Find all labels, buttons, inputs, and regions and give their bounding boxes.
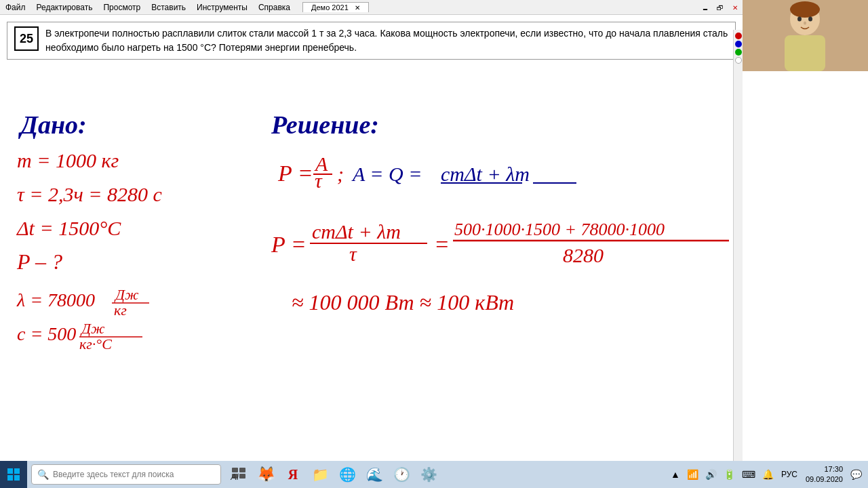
sidebar-red-dot[interactable]	[735, 33, 742, 39]
svg-text:кг·°C: кг·°C	[79, 336, 112, 352]
svg-text:P =: P =	[277, 161, 313, 186]
taskbar: 🔍 🦊 Я 📁 🌐 🌊 🕐 ⚙️ Ai ▲ 📶 🔊 🔋 ⌨ 🔔 РУС 17	[0, 461, 868, 488]
svg-rect-41	[7, 475, 13, 481]
keyboard-icon[interactable]: ⌨	[740, 469, 757, 480]
svg-point-38	[804, 22, 806, 25]
formula-canvas: Дано: m = 1000 кг τ = 2,3ч = 8280 с Δt =…	[7, 93, 732, 459]
yandex-icon[interactable]: Я	[281, 462, 305, 487]
svg-point-37	[808, 17, 812, 22]
app7-icon[interactable]: ⚙️	[416, 462, 441, 487]
svg-text:c = 500: c = 500	[17, 323, 76, 344]
svg-text:A = Q =: A = Q =	[351, 163, 422, 185]
handwritten-area: Дано: m = 1000 кг τ = 2,3ч = 8280 с Δt =…	[7, 93, 732, 459]
menu-tools[interactable]: Инструменты	[191, 1, 253, 14]
time: 17:30	[806, 464, 843, 474]
battery-icon[interactable]: 🔋	[722, 469, 737, 480]
svg-text:P =: P =	[271, 232, 307, 257]
tab-area: Демо 2021 ✕	[302, 2, 370, 12]
svg-rect-40	[14, 468, 20, 474]
network-icon[interactable]: 📶	[685, 469, 701, 480]
svg-text:τ = 2,3ч = 8280 с: τ = 2,3ч = 8280 с	[17, 183, 162, 205]
ai-label: Ai	[222, 465, 248, 488]
svg-text:кг: кг	[114, 302, 127, 319]
tab-label: Демо 2021	[311, 3, 349, 12]
notification-icon[interactable]: 🔔	[760, 469, 776, 480]
action-center-icon[interactable]: 💬	[848, 469, 864, 480]
sidebar-blue-dot[interactable]	[735, 41, 742, 47]
svg-text:Решение:: Решение:	[271, 110, 379, 139]
svg-text:Дж: Дж	[114, 286, 139, 303]
clock-display: 17:30 09.09.2020	[803, 464, 846, 485]
svg-point-36	[797, 17, 802, 22]
ai-text: Ai	[231, 472, 239, 482]
tab-close-icon[interactable]: ✕	[355, 4, 360, 12]
sidebar-green-dot[interactable]	[735, 49, 742, 56]
svg-text:λ = 78000: λ = 78000	[16, 289, 95, 310]
svg-text:500·1000·1500 + 78000·1000: 500·1000·1500 + 78000·1000	[454, 220, 665, 239]
svg-rect-35	[785, 35, 825, 71]
minimize-button[interactable]: 🗕	[698, 0, 713, 15]
menu-file[interactable]: Файл	[0, 1, 31, 14]
webcam-feed	[743, 0, 868, 71]
system-tray: ▲ 📶 🔊 🔋 ⌨ 🔔 РУС 17:30 09.09.2020 💬	[669, 464, 868, 485]
svg-text:m = 1000 кг: m = 1000 кг	[17, 149, 119, 171]
svg-text:Дж: Дж	[80, 320, 105, 337]
search-bar[interactable]: 🔍	[31, 464, 221, 485]
start-button[interactable]	[0, 461, 27, 488]
svg-text:8280: 8280	[563, 244, 604, 266]
problem-number: 25	[14, 26, 39, 51]
clock-icon[interactable]: 🕐	[389, 462, 414, 487]
date: 09.09.2020	[806, 474, 843, 485]
edge-icon[interactable]: 🌊	[362, 462, 387, 487]
svg-text:;: ;	[337, 163, 344, 185]
svg-text:≈ 100 000 Вт ≈ 100 кВт: ≈ 100 000 Вт ≈ 100 кВт	[292, 290, 514, 314]
svg-text:cmΔt + λm: cmΔt + λm	[312, 220, 401, 243]
search-input[interactable]	[53, 470, 215, 479]
menu-edit[interactable]: Редактировать	[31, 1, 98, 14]
title-bar: Файл Редактировать Просмотр Вставить Инс…	[0, 0, 743, 15]
volume-icon[interactable]: 🔊	[703, 469, 719, 480]
close-button[interactable]: ✕	[728, 0, 743, 15]
restore-button[interactable]: 🗗	[713, 0, 728, 15]
webcam-area	[743, 0, 868, 71]
chrome-icon[interactable]: 🌐	[335, 462, 359, 487]
svg-text:cmΔt + λm: cmΔt + λm	[441, 163, 530, 185]
main-content: 25 В электропечи полностью расплавили сл…	[0, 15, 743, 462]
person-svg	[743, 0, 868, 71]
sidebar-white-dot[interactable]	[735, 57, 742, 64]
problem-box: 25 В электропечи полностью расплавили сл…	[7, 22, 736, 60]
window-controls: 🗕 🗗 ✕	[698, 0, 743, 15]
svg-text:=: =	[434, 232, 450, 257]
problem-text: В электропечи полностью расплавили слито…	[45, 26, 728, 55]
svg-rect-42	[14, 475, 20, 481]
svg-text:τ: τ	[315, 169, 323, 192]
menu-view[interactable]: Просмотр	[98, 1, 146, 14]
windows-icon	[7, 468, 20, 481]
search-icon: 🔍	[37, 469, 49, 480]
svg-point-34	[790, 1, 820, 18]
firefox-icon[interactable]: 🦊	[254, 462, 278, 487]
svg-rect-39	[7, 468, 13, 474]
svg-text:Дано:: Дано:	[18, 110, 87, 139]
menu-insert[interactable]: Вставить	[146, 1, 191, 14]
right-sidebar	[733, 30, 743, 462]
tab-demo[interactable]: Демо 2021 ✕	[302, 2, 369, 12]
svg-text:τ: τ	[349, 243, 357, 265]
files-icon[interactable]: 📁	[308, 462, 332, 487]
svg-text:Δt = 1500°C: Δt = 1500°C	[16, 217, 121, 239]
menu-help[interactable]: Справка	[253, 1, 296, 14]
svg-text:P – ?: P – ?	[16, 249, 62, 274]
show-hidden-icon[interactable]: ▲	[669, 469, 682, 480]
language-display: РУС	[778, 470, 800, 479]
